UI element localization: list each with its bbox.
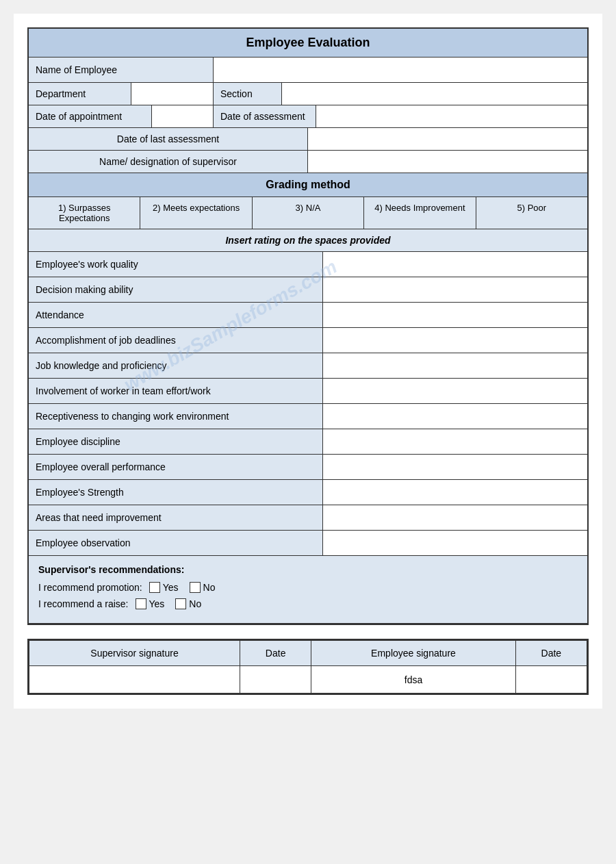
eval-value-11[interactable] [323, 531, 587, 555]
raise-yes-label: Yes [149, 598, 165, 609]
eval-row-7: Employee discipline [29, 429, 587, 455]
eval-label-9: Employee's Strength [29, 480, 323, 505]
raise-yes-checkbox[interactable] [136, 598, 146, 609]
grading-header: Grading method [29, 173, 587, 197]
insert-rating-row: Insert rating on the spaces provided [29, 229, 587, 252]
appt-label: Date of appointment [29, 105, 152, 127]
promotion-yes-label: Yes [163, 582, 179, 593]
eval-label-1: Decision making ability [29, 277, 323, 302]
dept-label-text: Department [36, 88, 86, 99]
eval-label-2: Attendance [29, 303, 323, 327]
grade-cell-4: 4) Needs Improvement [364, 197, 476, 229]
eval-label-7: Employee discipline [29, 429, 323, 454]
emp-sig-value[interactable]: fdsa [311, 666, 515, 694]
raise-no-item: No [175, 598, 201, 609]
eval-label-4: Job knowledge and proficiency [29, 353, 323, 378]
appt-label-text: Date of appointment [36, 111, 122, 122]
sig-date2-label: Date [515, 641, 587, 666]
eval-label-8: Employee overall performance [29, 455, 323, 479]
eval-value-6[interactable] [323, 404, 587, 429]
eval-row-0: Employee's work quality [29, 252, 587, 277]
last-assess-row: Date of last assessment [29, 128, 587, 151]
name-label-text: Name of Employee [36, 64, 117, 75]
eval-label-6: Receptiveness to changing work environme… [29, 404, 323, 429]
rec-title: Supervisor's recommendations: [38, 564, 578, 575]
promotion-no-item: No [190, 582, 216, 593]
eval-value-5[interactable] [323, 379, 587, 403]
eval-row-9: Employee's Strength [29, 480, 587, 505]
grade-cell-5: 5) Poor [476, 197, 587, 229]
sup-sig-label: Supervisor signature [29, 641, 240, 666]
eval-value-4[interactable] [323, 353, 587, 378]
promotion-yes-checkbox[interactable] [149, 582, 160, 593]
title-text: Employee Evaluation [246, 36, 370, 49]
eval-value-1[interactable] [323, 277, 587, 302]
eval-label-10: Areas that need improvement [29, 505, 323, 530]
promotion-no-label: No [203, 582, 216, 593]
eval-value-0[interactable] [323, 252, 587, 277]
section-label-text: Section [220, 88, 253, 99]
supervisor-label-text: Name/ designation of supervisor [99, 156, 237, 167]
eval-label-11: Employee observation [29, 531, 323, 555]
name-label: Name of Employee [29, 58, 214, 82]
promotion-yes-item: Yes [149, 582, 179, 593]
appt-value[interactable] [152, 105, 214, 127]
supervisor-label: Name/ designation of supervisor [29, 151, 308, 173]
sig-value-row: fdsa [29, 666, 587, 694]
eval-row-5: Involvement of worker in team effort/wor… [29, 379, 587, 404]
date-row: Date of appointment Date of assessment [29, 105, 587, 128]
section-value[interactable] [282, 83, 587, 105]
assess-value[interactable] [316, 105, 587, 127]
eval-value-8[interactable] [323, 455, 587, 479]
grading-header-text: Grading method [266, 179, 350, 190]
grade-cell-1: 1) Surpasses Expectations [29, 197, 140, 229]
last-assess-value[interactable] [308, 128, 587, 150]
raise-line: I recommend a raise: Yes No [38, 598, 578, 609]
eval-row-1: Decision making ability [29, 277, 587, 303]
eval-row-8: Employee overall performance [29, 455, 587, 480]
name-value[interactable] [214, 58, 587, 82]
supervisor-row: Name/ designation of supervisor [29, 151, 587, 173]
grading-options-row: 1) Surpasses Expectations 2) Meets expec… [29, 197, 587, 229]
eval-label-0: Employee's work quality [29, 252, 323, 277]
eval-row-11: Employee observation [29, 531, 587, 556]
sig-date2-value[interactable] [515, 666, 587, 694]
eval-row-6: Receptiveness to changing work environme… [29, 404, 587, 429]
dept-value[interactable] [131, 83, 214, 105]
eval-label-3: Accomplishment of job deadlines [29, 328, 323, 353]
sig-header-row: Supervisor signature Date Employee signa… [29, 641, 587, 666]
signature-table-container: Supervisor signature Date Employee signa… [27, 639, 589, 695]
eval-label-5: Involvement of worker in team effort/wor… [29, 379, 323, 403]
eval-value-3[interactable] [323, 328, 587, 353]
eval-row-10: Areas that need improvement [29, 505, 587, 531]
supervisor-rec-section: Supervisor's recommendations: I recommen… [29, 556, 587, 624]
raise-no-checkbox[interactable] [175, 598, 186, 609]
raise-no-label: No [189, 598, 201, 609]
insert-rating-text: Insert rating on the spaces provided [225, 235, 390, 246]
supervisor-value[interactable] [308, 151, 587, 173]
eval-row-3: Accomplishment of job deadlines [29, 328, 587, 353]
last-assess-label-text: Date of last assessment [117, 134, 219, 144]
eval-value-7[interactable] [323, 429, 587, 454]
raise-text: I recommend a raise: [38, 598, 129, 609]
eval-row-4: Job knowledge and proficiency [29, 353, 587, 379]
eval-value-9[interactable] [323, 480, 587, 505]
promotion-text: I recommend promotion: [38, 582, 142, 593]
eval-value-10[interactable] [323, 505, 587, 530]
last-assess-label: Date of last assessment [29, 128, 308, 150]
section-label: Section [214, 83, 282, 105]
promotion-no-checkbox[interactable] [190, 582, 201, 593]
sig-date-value[interactable] [240, 666, 311, 694]
name-row: Name of Employee [29, 58, 587, 83]
sup-sig-value[interactable] [29, 666, 240, 694]
eval-value-2[interactable] [323, 303, 587, 327]
assess-label: Date of assessment [214, 105, 316, 127]
grade-cell-3: 3) N/A [253, 197, 364, 229]
signature-table: Supervisor signature Date Employee signa… [29, 640, 587, 694]
evaluation-form: Employee Evaluation Name of Employee Dep… [27, 27, 589, 625]
dept-label: Department [29, 83, 131, 105]
dept-section-row: Department Section [29, 83, 587, 105]
sig-date-label: Date [240, 641, 311, 666]
form-title: Employee Evaluation [29, 29, 587, 58]
promotion-line: I recommend promotion: Yes No [38, 582, 578, 593]
